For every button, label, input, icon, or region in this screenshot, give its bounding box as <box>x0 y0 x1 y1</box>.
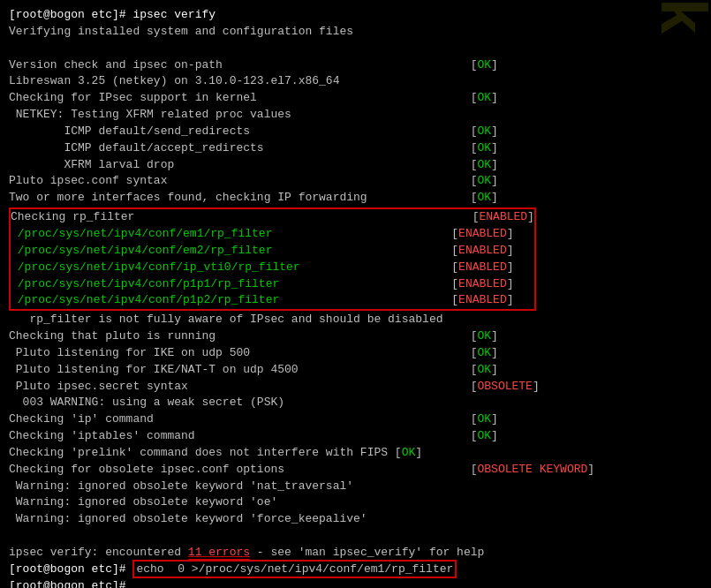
line-xfrm-larval: XFRM larval drop [OK] <box>9 157 702 174</box>
line-ike-nat: Pluto listening for IKE/NAT-T on udp 450… <box>9 362 702 379</box>
line-pluto-conf: Pluto ipsec.conf syntax [OK] <box>9 173 702 190</box>
line-netkey: NETKEY: Testing XFRM related proc values <box>9 107 702 124</box>
echo-command-box: echo 0 >/proc/sys/net/ipv4/conf/em1/rp_f… <box>132 560 457 578</box>
line-ipsec-kernel: Checking for IPsec support in kernel [OK… <box>9 90 702 107</box>
rp-filter-box: Checking rp_filter [ENABLED] /proc/sys/n… <box>9 207 536 311</box>
line-icmp-accept: ICMP default/accept_redirects [OK] <box>9 140 702 157</box>
line-prompt-1: [root@bogon etc]# ipsec verify <box>9 7 702 24</box>
line-version-check: Version check and ipsec on-path [OK] <box>9 57 702 74</box>
line-oe: Warning: ignored obsolete keyword 'oe' <box>9 494 702 511</box>
line-final-prompt: [root@bogon etc]# <box>9 578 702 588</box>
line-ip-cmd: Checking 'ip' command [OK] <box>9 411 702 428</box>
line-ike-500: Pluto listening for IKE on udp 500 [OK] <box>9 345 702 362</box>
line-force-keepalive: Warning: ignored obsolete keyword 'force… <box>9 511 702 528</box>
terminal: [root@bogon etc]# ipsec verify Verifying… <box>0 0 711 588</box>
line-echo-cmd: [root@bogon etc]# echo 0 >/proc/sys/net/… <box>9 562 702 578</box>
line-rp-p1p2: /proc/sys/net/ipv4/conf/p1p2/rp_filter [… <box>11 292 534 309</box>
line-pluto-running: Checking that pluto is running [OK] <box>9 328 702 345</box>
line-blank-1 <box>9 41 702 57</box>
line-ip-forwarding: Two or more interfaces found, checking I… <box>9 190 702 207</box>
line-icmp-send: ICMP default/send_redirects [OK] <box>9 124 702 140</box>
line-rp-p1p1: /proc/sys/net/ipv4/conf/p1p1/rp_filter [… <box>11 276 534 293</box>
line-rp-ipvti0: /proc/sys/net/ipv4/conf/ip_vti0/rp_filte… <box>11 260 534 276</box>
line-rp-warn: rp_filter is not fully aware of IPsec an… <box>9 312 702 328</box>
line-rp-em2: /proc/sys/net/ipv4/conf/em2/rp_filter [E… <box>11 243 534 260</box>
line-prelink-cmd: Checking 'prelink' command does not inte… <box>9 445 702 462</box>
line-psk-warn: 003 WARNING: using a weak secret (PSK) <box>9 395 702 411</box>
line-rp-em1: /proc/sys/net/ipv4/conf/em1/rp_filter [E… <box>11 226 534 243</box>
line-rp-filter-header: Checking rp_filter [ENABLED] <box>11 209 534 226</box>
line-obsolete-opts: Checking for obsolete ipsec.conf options… <box>9 462 702 479</box>
line-nat-traversal: Warning: ignored obsolete keyword 'nat_t… <box>9 479 702 495</box>
line-pluto-secret: Pluto ipsec.secret syntax [OBSOLETE] <box>9 379 702 396</box>
line-info-1: Verifying installed system and configura… <box>9 24 702 41</box>
line-iptables-cmd: Checking 'iptables' command [OK] <box>9 428 702 445</box>
line-libreswan-info: Libreswan 3.25 (netkey) on 3.10.0-123.el… <box>9 73 702 90</box>
line-blank-2 <box>9 528 702 545</box>
